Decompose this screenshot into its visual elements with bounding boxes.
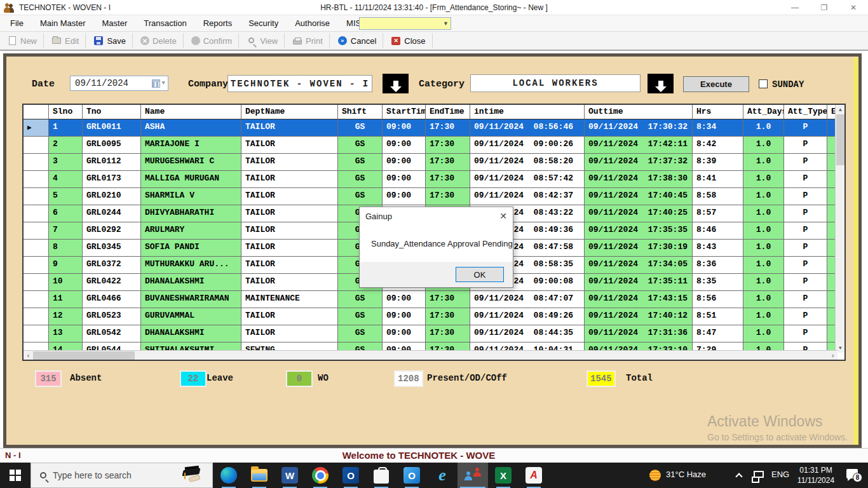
grid-cell[interactable]: 09:00 (383, 137, 426, 154)
grid-cell[interactable]: ASHA (141, 119, 241, 137)
grid-cell[interactable]: TAILOR (241, 188, 338, 205)
grid-cell[interactable]: 8:58 (693, 188, 743, 205)
grid-cell[interactable]: TAILOR (241, 205, 338, 222)
grid-cell[interactable]: 09/11/2024 17:34:05 (585, 257, 693, 274)
grid-cell[interactable]: 09/11/2024 17:35:11 (585, 274, 693, 291)
delete-button[interactable]: ✕Delete (134, 33, 184, 48)
sunday-checkbox[interactable] (759, 79, 768, 88)
grid-cell[interactable]: 17:30 (426, 154, 470, 171)
grid-cell[interactable]: 8:39 (693, 154, 743, 171)
grid-cell[interactable]: 4 (49, 171, 83, 188)
grid-cell[interactable]: 09:00 (383, 308, 426, 325)
column-header[interactable]: Outtime (585, 105, 693, 119)
grid-cell[interactable]: 1.0 (743, 188, 784, 205)
grid-cell[interactable]: P (784, 325, 827, 342)
column-header[interactable]: Shift (338, 105, 383, 119)
grid-cell[interactable]: DHANALAKSHMI (141, 325, 241, 342)
grid-cell[interactable]: MURUGESHWARI C (141, 154, 241, 171)
row-selector[interactable] (24, 137, 49, 154)
column-header[interactable]: Name (141, 105, 241, 119)
table-row[interactable]: 3GRL0112MURUGESHWARI CTAILORGS09:0017:30… (24, 154, 837, 171)
close-window-button[interactable]: ✕ (839, 0, 868, 15)
grid-cell[interactable]: 17:30 (426, 308, 470, 325)
row-selector[interactable] (24, 325, 49, 342)
row-selector[interactable]: ▶ (24, 119, 49, 137)
grid-cell[interactable]: 3 (49, 154, 83, 171)
taskbar-excel-icon[interactable]: X (488, 463, 519, 488)
grid-cell[interactable]: GRL0523 (83, 308, 141, 325)
grid-cell[interactable]: GRL0244 (83, 205, 141, 222)
grid-cell[interactable]: P (784, 222, 827, 240)
scroll-left-icon[interactable]: ‹ (24, 351, 33, 360)
grid-cell[interactable]: GRL0345 (83, 240, 141, 257)
menu-security[interactable]: Security (240, 15, 287, 32)
weather-text[interactable]: 31°C Haze (666, 470, 706, 479)
row-selector[interactable] (24, 171, 49, 188)
grid-cell[interactable]: 17:30 (426, 119, 470, 137)
column-header[interactable]: Hrs (693, 105, 743, 119)
vertical-scrollbar[interactable]: ▲ ▼ (835, 105, 844, 353)
grid-cell[interactable]: GRL0210 (83, 188, 141, 205)
grid-cell[interactable]: GS (338, 119, 383, 137)
grid-cell[interactable]: 8:35 (693, 274, 743, 291)
grid-cell[interactable]: 1.0 (743, 325, 784, 342)
grid-cell[interactable]: 8:43 (693, 240, 743, 257)
confirm-button[interactable]: Confirm (185, 33, 240, 48)
column-header[interactable]: Att_Type (784, 105, 827, 119)
grid-cell[interactable]: 6 (49, 205, 83, 222)
grid-cell[interactable]: 1.0 (743, 119, 784, 137)
grid-cell[interactable]: P (784, 240, 827, 257)
grid-cell[interactable]: GS (338, 171, 383, 188)
grid-cell[interactable]: GRL0542 (83, 325, 141, 342)
grid-cell[interactable]: 09/11/2024 08:42:37 (470, 188, 585, 205)
grid-cell[interactable]: 09:00 (383, 291, 426, 308)
grid-cell[interactable]: 17:30 (426, 137, 470, 154)
grid-cell[interactable]: P (784, 188, 827, 205)
grid-cell[interactable]: 1.0 (743, 308, 784, 325)
ok-button[interactable]: OK (456, 267, 504, 282)
table-row[interactable]: 11GRL0466BUVANESHWARIRAMANMAINTENANCEGS0… (24, 291, 837, 308)
table-row[interactable]: 4GRL0173MALLIGA MURUGANTAILORGS09:0017:3… (24, 171, 837, 188)
table-row[interactable]: 5GRL0210SHARMILA VTAILORGS09:0017:3009/1… (24, 188, 837, 205)
taskbar-chrome-icon[interactable] (305, 463, 336, 488)
grid-cell[interactable]: 09/11/2024 17:37:32 (585, 154, 693, 171)
taskbar-internet-explorer-icon[interactable]: e (427, 463, 458, 488)
grid-cell[interactable]: 8:47 (693, 325, 743, 342)
execute-button[interactable]: Execute (683, 76, 749, 92)
grid-cell[interactable]: 09/11/2024 17:40:45 (585, 188, 693, 205)
grid-cell[interactable]: P (784, 205, 827, 222)
column-header[interactable]: Tno (83, 105, 141, 119)
grid-cell[interactable]: GRL0292 (83, 222, 141, 240)
grid-cell[interactable]: 1.0 (743, 205, 784, 222)
grid-cell[interactable]: 1.0 (743, 137, 784, 154)
grid-cell[interactable]: 09/11/2024 08:49:26 (470, 308, 585, 325)
taskbar-store-icon[interactable] (366, 463, 397, 488)
grid-cell[interactable]: GRL0372 (83, 257, 141, 274)
grid-cell[interactable]: 09:00 (383, 171, 426, 188)
menu-main-master[interactable]: Main Master (32, 15, 94, 32)
grid-cell[interactable]: 1 (49, 119, 83, 137)
grid-cell[interactable]: 17:30 (426, 325, 470, 342)
grid-cell[interactable]: TAILOR (241, 257, 338, 274)
column-header[interactable]: EndTime (426, 105, 470, 119)
grid-cell[interactable]: GS (338, 291, 383, 308)
row-selector[interactable] (24, 205, 49, 222)
column-header[interactable]: Att_Days (743, 105, 784, 119)
category-field[interactable]: LOCAL WORKERS (470, 74, 641, 92)
minimize-button[interactable]: — (780, 0, 810, 15)
restore-button[interactable]: ❐ (810, 0, 839, 15)
taskbar-outlook-icon[interactable]: O (336, 463, 366, 488)
grid-cell[interactable]: SHARMILA V (141, 188, 241, 205)
start-button[interactable] (0, 463, 31, 488)
taskbar-mail-icon[interactable]: O (397, 463, 427, 488)
row-selector[interactable] (24, 257, 49, 274)
taskbar-acrobat-icon[interactable]: A (519, 463, 549, 488)
company-dropdown-button[interactable] (383, 74, 409, 93)
menu-master[interactable]: Master (93, 15, 135, 32)
grid-cell[interactable]: GRL0011 (83, 119, 141, 137)
grid-cell[interactable]: 09/11/2024 08:44:35 (470, 325, 585, 342)
scroll-up-icon[interactable]: ▲ (836, 105, 845, 114)
grid-cell[interactable]: GS (338, 137, 383, 154)
menu-file[interactable]: File (0, 15, 32, 32)
row-selector[interactable] (24, 188, 49, 205)
